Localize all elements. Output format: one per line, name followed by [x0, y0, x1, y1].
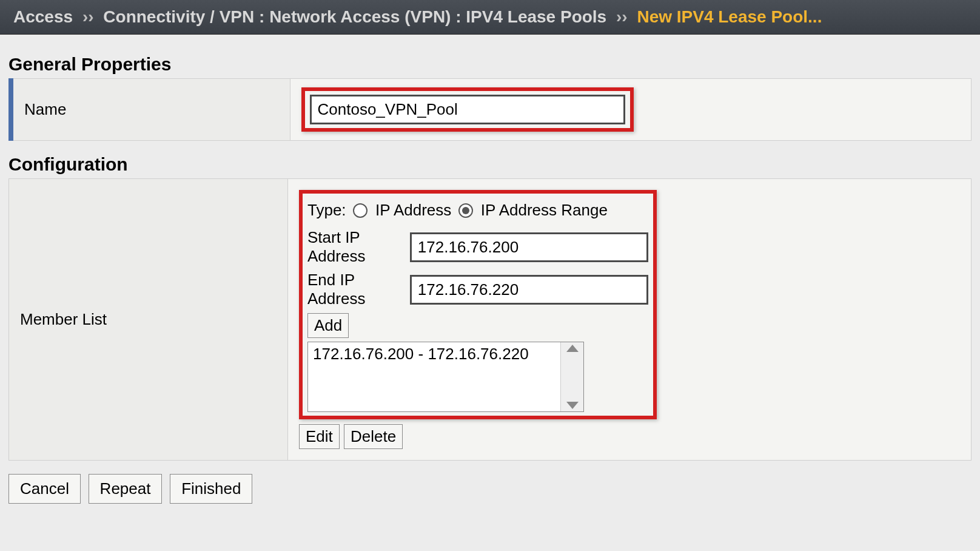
repeat-button[interactable]: Repeat [89, 474, 163, 504]
delete-button[interactable]: Delete [344, 424, 403, 449]
start-ip-label: Start IP Address [307, 228, 410, 266]
member-listbox[interactable]: 172.16.76.200 - 172.16.76.220 [307, 342, 584, 412]
breadcrumb: Access ›› Connectivity / VPN : Network A… [0, 0, 980, 35]
breadcrumb-sep-2: ›› [616, 7, 628, 26]
finished-button[interactable]: Finished [170, 474, 252, 504]
name-input[interactable] [310, 95, 625, 124]
section-general-properties: General Properties [8, 54, 972, 75]
list-item[interactable]: 172.16.76.200 - 172.16.76.220 [308, 342, 583, 366]
name-highlight [301, 87, 634, 132]
type-row: Type: IP Address IP Address Range [307, 201, 648, 220]
breadcrumb-item-1[interactable]: Access [13, 7, 73, 26]
breadcrumb-current: New IPV4 Lease Pool... [637, 7, 822, 26]
listbox-scrollbar[interactable] [560, 342, 583, 411]
edit-button[interactable]: Edit [299, 424, 340, 449]
cancel-button[interactable]: Cancel [8, 474, 81, 504]
name-label: Name [11, 79, 290, 141]
end-ip-input[interactable] [410, 275, 648, 305]
breadcrumb-item-2[interactable]: Connectivity / VPN : Network Access (VPN… [103, 7, 606, 26]
radio-ip-range[interactable] [458, 203, 473, 218]
configuration-table: Member List Type: IP Address IP Address … [8, 178, 972, 461]
config-highlight: Type: IP Address IP Address Range Start … [299, 190, 657, 419]
section-configuration: Configuration [8, 154, 972, 175]
type-label: Type: [307, 201, 346, 219]
general-properties-table: Name [8, 78, 972, 141]
type-option-ip: IP Address [375, 201, 451, 219]
footer-buttons: Cancel Repeat Finished [8, 474, 972, 504]
end-ip-label: End IP Address [307, 271, 410, 308]
scroll-up-icon[interactable] [566, 345, 579, 352]
type-option-range: IP Address Range [481, 201, 608, 219]
start-ip-input[interactable] [410, 232, 648, 262]
add-button[interactable]: Add [307, 313, 349, 338]
member-list-label: Member List [9, 179, 288, 461]
scroll-down-icon[interactable] [566, 402, 579, 409]
radio-ip-address[interactable] [353, 203, 368, 218]
breadcrumb-sep-1: ›› [82, 7, 94, 26]
